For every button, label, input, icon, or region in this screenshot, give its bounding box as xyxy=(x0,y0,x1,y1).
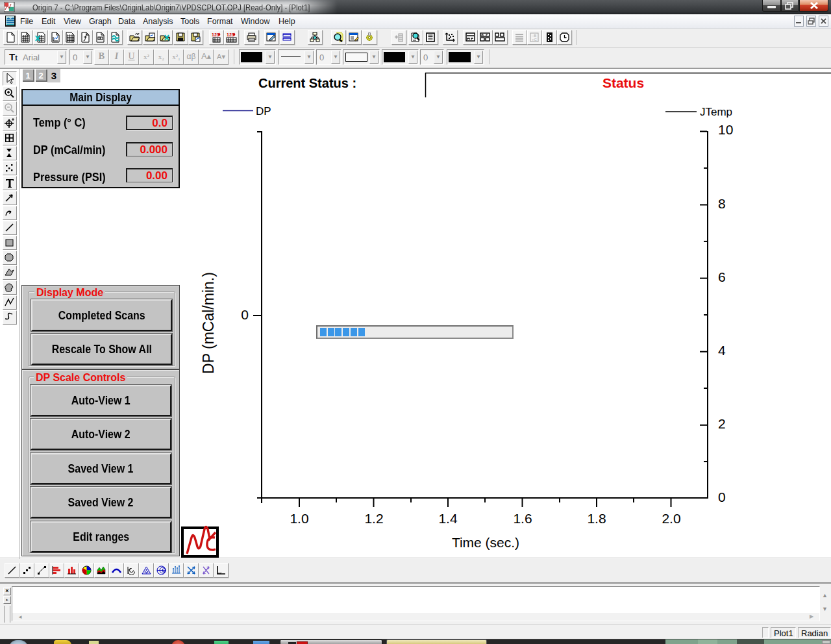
svg-text:+C: +C xyxy=(532,38,538,42)
